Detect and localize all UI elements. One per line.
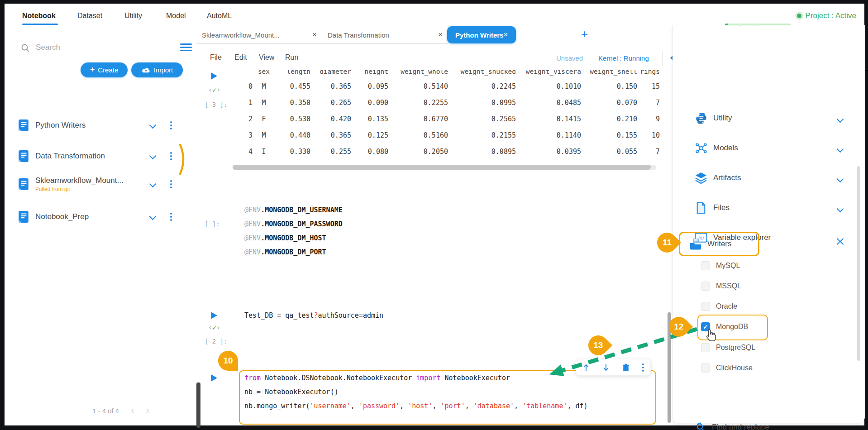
code-line[interactable]: @ENV.MONGODB_DM_PASSWORD — [244, 220, 343, 228]
writer-option-mysql[interactable]: MySQL — [701, 259, 740, 272]
code-line[interactable]: @ENV.MONGODB_DM_HOST — [244, 234, 326, 242]
create-button[interactable]: + Create — [81, 62, 128, 77]
table-cell: 0.1415 — [516, 115, 581, 123]
table-cell: F — [253, 115, 275, 123]
panel-item-writers[interactable]: Writers — [679, 232, 759, 256]
table-hscrollbar-thumb[interactable] — [233, 165, 651, 170]
panel-item-label: Artifacts — [713, 173, 741, 182]
nav-item-model[interactable]: Model — [166, 12, 186, 20]
nav-item-notebook[interactable]: Notebook — [22, 12, 56, 20]
code-line[interactable]: @ENV.MONGODB_DM_USERNAME — [244, 206, 343, 214]
chevron-down-icon[interactable] — [150, 121, 155, 129]
code-line[interactable]: Test_DB = qa_test?authSource=admin — [244, 311, 383, 320]
table-cell: 0.125 — [351, 131, 388, 139]
code-line[interactable]: nb = NotebookExecutor() — [244, 388, 339, 396]
close-icon[interactable]: × — [312, 30, 317, 39]
panel-item-files[interactable]: Files — [695, 196, 730, 220]
move-cell-down-icon[interactable] — [602, 363, 610, 372]
panel-item-label: Models — [713, 143, 738, 153]
more-options-icon[interactable] — [170, 179, 172, 190]
run-db-cell-icon[interactable] — [211, 312, 217, 319]
chevron-down-icon[interactable] — [838, 175, 843, 183]
panel-item-find-and-replace[interactable]: Find and replace — [695, 421, 769, 430]
chevron-down-icon[interactable] — [150, 152, 155, 160]
run-writer-cell-icon[interactable] — [211, 374, 217, 382]
delete-cell-icon[interactable] — [622, 363, 630, 372]
code-line[interactable]: from Notebook.DSNotebook.NotebookExecuto… — [244, 374, 510, 382]
table-cell: 0.055 — [581, 148, 637, 156]
chevron-down-icon[interactable] — [150, 180, 155, 188]
writer-option-oracle[interactable]: Oracle — [701, 300, 737, 313]
panel-item-utility[interactable]: Utility — [695, 106, 732, 130]
column-header: weight_shucked — [448, 70, 516, 78]
table-cell: 0.365 — [310, 82, 351, 91]
page-prev-icon[interactable]: ‹ — [131, 406, 134, 416]
move-cell-up-icon[interactable] — [582, 363, 590, 372]
app-window: NotebookDatasetUtilityModelAutoML Projec… — [0, 0, 868, 430]
nav-item-dataset[interactable]: Dataset — [77, 12, 102, 20]
table-cell: 0 — [233, 82, 253, 91]
menu-file[interactable]: File — [210, 53, 222, 62]
table-cell: M — [253, 131, 275, 139]
nav-item-automl[interactable]: AutoML — [207, 12, 232, 20]
git-highlight-bracket — [179, 144, 187, 175]
tab-sklearnworkflow-mount[interactable]: Sklearnworkflow_Mount... × — [196, 26, 323, 44]
writer-option-clickhouse[interactable]: ClickHouse — [701, 361, 753, 375]
find-replace-chevron-icon[interactable] — [838, 427, 843, 430]
menu-edit[interactable]: Edit — [234, 53, 247, 62]
code-line[interactable]: @ENV.MONGODB_DM_PORT — [244, 248, 326, 256]
table-cell: 0.0485 — [516, 99, 581, 107]
tab-python-writers[interactable]: Python Writers × — [447, 26, 516, 43]
page-next-icon[interactable]: › — [146, 406, 149, 416]
table-cell: 0.455 — [275, 82, 310, 91]
chevron-down-icon[interactable] — [838, 205, 843, 213]
sidebar-menu-icon[interactable] — [180, 42, 192, 53]
unchecked-checkbox-icon[interactable] — [701, 261, 710, 270]
cell-more-options-icon[interactable] — [642, 362, 644, 373]
more-options-icon[interactable] — [170, 211, 172, 222]
sidebar-item-python-writers[interactable]: Python Writers — [18, 114, 181, 137]
chevron-down-icon[interactable] — [838, 115, 843, 124]
menu-run[interactable]: Run — [285, 53, 298, 62]
writer-option-mssql[interactable]: MSSQL — [701, 279, 741, 293]
import-button[interactable]: Import — [131, 62, 183, 77]
unchecked-checkbox-icon[interactable] — [701, 343, 710, 352]
status-dot-icon — [797, 14, 801, 18]
annotation-step-10: 10 — [218, 351, 238, 371]
new-tab-button[interactable]: + — [581, 28, 588, 40]
chevron-down-icon[interactable] — [150, 213, 155, 221]
search-row — [21, 43, 184, 53]
table-cell: 9 — [637, 115, 660, 123]
unsaved-indicator: Unsaved — [556, 54, 583, 62]
more-options-icon[interactable] — [170, 151, 172, 162]
toolbar-separator — [662, 51, 663, 66]
panel-item-models[interactable]: Models — [695, 136, 738, 160]
unchecked-checkbox-icon[interactable] — [701, 363, 710, 373]
tab-data-transformation[interactable]: Data Transformation × — [322, 26, 449, 44]
panel-scrollbar[interactable] — [857, 166, 860, 361]
search-input[interactable] — [35, 43, 150, 53]
close-icon[interactable]: × — [503, 30, 508, 39]
sidebar-item-sklearnworkflow-mount[interactable]: Sklearnworkflow_Mount... Pulled from git — [18, 173, 181, 196]
sidebar-item-notebook-prep[interactable]: Notebook_Prep — [18, 205, 181, 228]
table-cell: M — [253, 82, 275, 91]
unchecked-checkbox-icon[interactable] — [701, 282, 710, 291]
panel-item-artifacts[interactable]: Artifacts — [695, 166, 741, 190]
code-line[interactable]: nb.mongo_writer('username', 'password', … — [244, 402, 588, 410]
writer-option-label: MySQL — [716, 262, 740, 270]
sidebar-item-data-transformation[interactable]: Data Transformation — [18, 145, 181, 167]
table-cell: 0.365 — [310, 131, 351, 139]
more-options-icon[interactable] — [170, 120, 172, 131]
notebook-left-scrollbar[interactable] — [196, 382, 200, 428]
nav-item-utility[interactable]: Utility — [124, 12, 142, 20]
table-cell: 4 — [233, 148, 253, 156]
chevron-up-icon[interactable] — [838, 240, 843, 248]
unchecked-checkbox-icon[interactable] — [701, 302, 710, 311]
close-icon[interactable]: × — [438, 30, 443, 39]
run-table-cell-icon[interactable] — [211, 72, 217, 80]
table-cell: 0.070 — [581, 99, 637, 107]
menu-view[interactable]: View — [259, 53, 274, 62]
table-cell: 0.5140 — [388, 82, 448, 91]
writer-option-postgresql[interactable]: PostgreSQL — [701, 341, 755, 354]
chevron-down-icon[interactable] — [838, 145, 843, 153]
